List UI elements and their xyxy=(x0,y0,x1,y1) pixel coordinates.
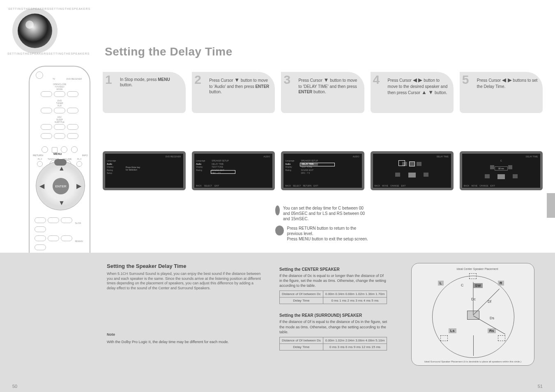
s2-spsetup: SPEAKER SETUP xyxy=(212,159,229,163)
remote-lbl-return: RETURN xyxy=(33,154,43,157)
step-4-text-a: Press Cursor xyxy=(388,78,413,83)
bullet-text-c: Press MENU button to exit the setup scre… xyxy=(287,236,370,242)
step-5-number: 5 xyxy=(462,73,469,87)
cursor-updown-icon: ▲ ▼ xyxy=(421,89,433,95)
center-speaker-box xyxy=(469,273,477,279)
nav-select: SELECT xyxy=(293,184,301,187)
step-5-text-a: Press Cursor xyxy=(477,78,502,83)
label-Ls: Ls xyxy=(449,328,456,333)
remote-lbl-tv: TV xyxy=(46,78,62,80)
lens-arc-text-bottom: SETTINGTHESPEAKERSSETTINGTHESPEAKERS xyxy=(7,52,90,55)
arrow-left-icon: ◀ xyxy=(39,182,44,190)
diagram-sub: Ideal Surround Speaker Placement (It is … xyxy=(424,360,522,363)
bullet-icon xyxy=(275,226,284,235)
ct-c1: 0.34m xyxy=(335,292,344,296)
s3-display: Display xyxy=(285,166,294,169)
bullet-notes: You can set the delay time for C between… xyxy=(275,205,370,246)
s2-rating: Rating xyxy=(196,169,205,172)
center-head: Setting the CENTER SPEAKER xyxy=(279,267,387,272)
cursor-down-icon: ▼ xyxy=(234,77,240,83)
rt-v2: 6 ms xyxy=(345,345,352,349)
label-Rs: Rs xyxy=(488,328,496,333)
menu-audio-selected: Audio xyxy=(107,163,116,166)
nav-select: SELECT xyxy=(204,184,212,187)
nav-back: BACK xyxy=(464,184,470,187)
remote-lbl-remain: REMAIN xyxy=(75,240,83,242)
s3-rating: Rating xyxy=(285,169,294,172)
rt-c2: 2.04m xyxy=(345,339,355,342)
lens-arc-text-top: SETTINGTHESPEAKERSSETTINGTHESPEAKERS xyxy=(8,7,90,10)
ct-r1: Distance of Df between Dc xyxy=(280,291,323,297)
s3-soundedit: SOUND EDIT xyxy=(301,169,318,172)
nav-exit: EXIT xyxy=(491,184,495,187)
arrow-down-icon: ▼ xyxy=(58,199,65,207)
cursor-leftright-icon: ◀ ▶ xyxy=(502,77,512,83)
rt-v1: 3 ms xyxy=(338,345,345,349)
ct-v0: 0 ms xyxy=(331,299,338,302)
rt-c0: 0.00m xyxy=(325,339,334,342)
menu-setup: Setup xyxy=(107,172,116,175)
screen-2-audio-menu: AUDIO Language Audio Display Rating SPEA… xyxy=(192,151,275,190)
step-3-enter: ENTER xyxy=(298,90,312,94)
s3-spsetup: SPEAKER SETUP xyxy=(301,159,318,163)
remote-lbl-slow: SLOW xyxy=(75,222,81,224)
ct-c4: 1.36m xyxy=(366,292,375,296)
rt-v5: 15 ms xyxy=(371,345,380,349)
step-1-number: 1 xyxy=(105,73,112,87)
step-1-text-a: In Stop mode, press xyxy=(120,77,157,82)
bottom-section: Setting the Speaker Delay Time When 5.1C… xyxy=(0,253,555,392)
step-5: 5 Press Cursor ◀ ▶ buttons to set the De… xyxy=(460,72,543,113)
s2-audio: Audio xyxy=(196,163,205,166)
label-SW: SW xyxy=(473,283,483,288)
note-text: With the Dolby Pro Logic II, the delay t… xyxy=(107,339,263,344)
s2-display: Display xyxy=(196,166,205,169)
step-4: 4 Press Cursor ◀ ▶ button to move to the… xyxy=(371,72,454,113)
rear-para: If the distance of Df is equal to the di… xyxy=(279,319,387,334)
screen-3-audio-delay-selected: AUDIO Language Audio Display Rating SPEA… xyxy=(281,151,364,190)
ct-r2: Delay Time xyxy=(280,297,323,304)
screen-4-delay-layout: DELAY TIME BACK MOVECHANGE EXIT xyxy=(371,151,454,190)
s3-lang: Language xyxy=(285,159,294,163)
step-4-number: 4 xyxy=(373,73,380,87)
step-2: 2 Press Cursor ▼ button to move to 'Audi… xyxy=(192,72,275,113)
rt-c4: 4.08m xyxy=(366,339,375,342)
setup-intro: When 5.1CH Surround Sound is played, you… xyxy=(107,272,263,291)
page-number-right: 51 xyxy=(538,384,543,389)
s3-highlight xyxy=(300,163,335,166)
rt-c1: 1.02m xyxy=(335,339,344,342)
cursor-leftright-icon: ◀ ▶ xyxy=(413,77,423,83)
arrow-up-icon: ▲ xyxy=(58,165,65,172)
menu-rating: Rating xyxy=(107,169,116,172)
nav-back: BACK xyxy=(285,184,291,187)
s5-ms-value: 00 ms xyxy=(495,166,508,171)
svg-point-2 xyxy=(25,21,34,29)
s2-delay: DELAY TIME xyxy=(212,163,229,166)
nav-exit: EXIT xyxy=(313,184,318,187)
dist-Dc: Dc xyxy=(471,297,476,301)
label-L: L xyxy=(438,281,444,286)
step-3-number: 3 xyxy=(283,73,290,87)
step-2-text-a: Press Cursor xyxy=(209,78,234,83)
remote-lbl-plii-effect: PL II xyxy=(76,158,83,160)
ct-v3: 3 ms xyxy=(355,299,362,302)
nav-exit: EXIT xyxy=(401,184,405,187)
ct-c2: 0.68m xyxy=(345,292,355,296)
ct-c3: 1.02m xyxy=(355,292,364,296)
cursor-down-icon: ▼ xyxy=(324,77,329,83)
label-C: C xyxy=(461,283,464,287)
screen-5-delay-value: DELAY TIME C 00 ms BACK MOVECHANGE EXIT xyxy=(460,151,543,190)
ct-v1: 1 ms xyxy=(339,299,346,302)
s3-audio: Audio xyxy=(285,163,294,166)
ct-v5: 5 ms xyxy=(371,299,378,302)
rt-c5: 5.10m xyxy=(375,339,385,342)
step-2-text-d: button. xyxy=(209,90,222,94)
rt-v0: 0 ms xyxy=(329,345,336,349)
remote-upper-buttons: TV DVD RECEIVER OPEN/CLOSE TV/VIDEO MODE… xyxy=(34,71,85,157)
steps-row: 1 In Stop mode, press MENU button. 2 Pre… xyxy=(103,72,543,113)
note-head: Note xyxy=(107,332,115,337)
screens-row: DVD RECEIVER Language Audio Display Rati… xyxy=(103,151,543,190)
setup-title: Setting the Speaker Delay Time xyxy=(107,263,263,269)
rt-r2: Delay Time xyxy=(280,344,323,350)
ls-box xyxy=(440,335,448,341)
step-2-enter: ENTER xyxy=(255,84,269,89)
